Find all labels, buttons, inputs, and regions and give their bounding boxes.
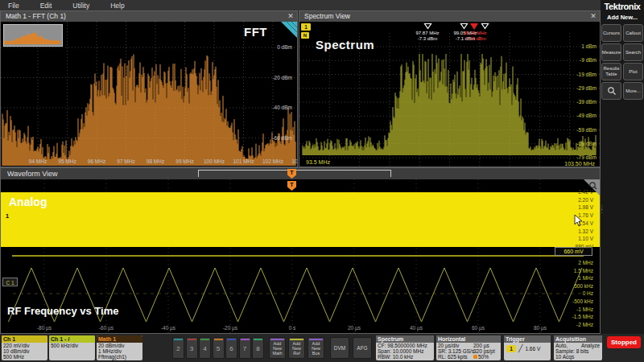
fft-x-label: 95 MHz: [57, 158, 78, 164]
time-label: 0 s: [280, 325, 304, 331]
close-icon[interactable]: ✕: [287, 11, 295, 22]
spectrum-settings-badge[interactable]: Spectrum CF: 98.5000000 MHz Span: 10.000…: [376, 335, 434, 360]
drag-handle-icon[interactable]: [281, 22, 297, 38]
fft-y-label: -40 dBm: [272, 105, 292, 110]
trigger-badge[interactable]: Trigger 1 ╱ 1.66 V: [504, 335, 551, 360]
trigger-level: 1.66 V: [525, 346, 540, 352]
volt-label: 1.54 V: [578, 220, 593, 226]
add-button-line: Ref: [289, 351, 304, 356]
fft-x-label: 100 MHz: [204, 158, 225, 164]
plot-button[interactable]: Plot: [623, 63, 643, 80]
more--button[interactable]: More...: [623, 82, 643, 100]
add-button-line: Bus: [308, 351, 324, 356]
freq-label: 500 kHz: [574, 283, 593, 289]
volt-label: 880 mV: [576, 244, 593, 249]
freq-label: -500 kHz: [572, 298, 593, 304]
channel-5-button[interactable]: 5: [213, 337, 225, 359]
menu-file[interactable]: File: [8, 2, 19, 10]
time-label: -80 µs: [32, 325, 56, 331]
channel-number: 3: [187, 340, 197, 358]
time-label: 80 µs: [528, 325, 552, 331]
waveform-panel-title: Waveform View: [7, 170, 58, 178]
channel-2-button[interactable]: 2: [172, 337, 184, 359]
cursors-button[interactable]: Cursors: [601, 24, 621, 42]
acquisition-badge[interactable]: Acquisition Auto,Analyze Sample: 8 bits …: [554, 335, 602, 360]
fft-y-label: -60 dBm: [272, 135, 292, 141]
channel-8-button[interactable]: 8: [252, 337, 264, 359]
spectrum-panel: Spectrum View ✕ 1 N Spectrum 97.87 MHz -…: [299, 10, 601, 167]
trigger-position-marker[interactable]: T: [287, 169, 296, 179]
freq-label: 0 Hz: [583, 290, 593, 296]
stopped-button[interactable]: Stopped: [607, 336, 641, 348]
dvm-button[interactable]: DVM: [330, 337, 349, 359]
spectrum-y-label: -39 dBm: [576, 99, 597, 105]
add-new-label: Add New...: [601, 14, 644, 21]
spectrum-panel-header[interactable]: Spectrum View ✕: [299, 11, 600, 22]
ch1-badge[interactable]: Ch 1 220 mV/div 10 dBm/div 500 MHz: [2, 335, 47, 360]
freq-label: 1.5 MHz: [574, 268, 593, 274]
spectrum-y-label: 1 dBm: [581, 43, 597, 49]
analog-label: Analog: [9, 195, 47, 208]
waveform-panel-header[interactable]: Waveform View T: [1, 168, 600, 179]
zoom-button[interactable]: [601, 82, 621, 100]
add-color-strip: [290, 339, 303, 340]
freq-label: -1 MHz: [576, 306, 593, 312]
add-new-math-button[interactable]: AddNewMath: [269, 337, 286, 359]
horizontal-badge[interactable]: Horizontal 20 µs/div200 µs SR: 3.125 GS/…: [436, 335, 501, 360]
afg-button[interactable]: AFG: [353, 337, 372, 359]
fft-x-label: 101 MHz: [233, 158, 254, 164]
channel-3-button[interactable]: 3: [186, 337, 198, 359]
fft-panel-title: Math 1 - FFT (Ch 1): [6, 12, 66, 20]
menu-edit[interactable]: Edit: [40, 2, 52, 10]
freq-label: 1 MHz: [578, 275, 593, 281]
time-label: 40 µs: [404, 325, 428, 331]
fft-panel-header[interactable]: Math 1 - FFT (Ch 1) ✕: [1, 11, 297, 22]
add-color-strip: [309, 339, 323, 340]
add-color-strip: [270, 339, 284, 340]
marker-c-icon[interactable]: [481, 23, 489, 30]
channel-4-button[interactable]: 4: [199, 337, 211, 359]
time-label: 20 µs: [342, 325, 366, 331]
spectrum-y-label: -29 dBm: [576, 85, 597, 91]
fft-y-label: -20 dBm: [272, 75, 292, 80]
fft-x-label: 103 MHz: [292, 158, 298, 164]
time-label: -20 µs: [218, 325, 242, 331]
spectrum-y-label: -59 dBm: [576, 127, 597, 133]
bottom-bar: Ch 1 220 mV/div 10 dBm/div 500 MHz Ch 1 …: [0, 334, 644, 362]
menu-help[interactable]: Help: [110, 2, 124, 10]
magnifier-icon: [607, 86, 617, 96]
reference-point-icon: [473, 355, 477, 359]
spectrum-trace-badge[interactable]: N: [301, 32, 309, 39]
math1-badge[interactable]: Math 1 20 dBm/div 1 MHz/div Fftmag(ch1): [97, 335, 142, 360]
fft-panel: Math 1 - FFT (Ch 1) ✕ FFT 0 dBm-20 dBm-4…: [0, 10, 298, 167]
marker-a-icon[interactable]: [423, 23, 432, 30]
add-new-ref-button[interactable]: AddNewRef: [288, 337, 305, 359]
time-label: -60 µs: [94, 325, 118, 331]
channel-number: 7: [240, 340, 250, 358]
c1-trace-badge[interactable]: C 1: [2, 278, 18, 286]
ch1-spectrum-badge[interactable]: Ch 1 - / 500 kHz/div: [49, 335, 95, 360]
fft-y-label: 0 dBm: [277, 44, 292, 50]
marker-b-icon[interactable]: [460, 23, 469, 30]
channel-7-button[interactable]: 7: [239, 337, 251, 359]
add-new-bus-button[interactable]: AddNewBus: [308, 337, 324, 359]
rf-frequency-label: RF Frequency vs Time: [7, 305, 118, 317]
search-button[interactable]: Search: [623, 43, 643, 61]
measure-button[interactable]: Measure: [601, 43, 621, 61]
results-table-button[interactable]: Results Table: [601, 63, 621, 80]
spectrum-source-badge[interactable]: 1: [301, 23, 311, 31]
spectrum-y-label: -49 dBm: [576, 113, 597, 118]
fft-plot: FFT 0 dBm-20 dBm-40 dBm-60 dBm94 MHz95 M…: [1, 22, 297, 167]
channel-number: 6: [226, 340, 237, 358]
close-icon[interactable]: ✕: [589, 11, 597, 22]
menu-utility[interactable]: Utility: [72, 2, 89, 10]
callout-button[interactable]: Callout: [623, 24, 643, 42]
channel-number: 5: [213, 340, 224, 358]
sidebar-button-grid: CursorsCalloutMeasureSearchResults Table…: [601, 24, 644, 100]
spectrum-panel-title: Spectrum View: [304, 12, 350, 20]
channel-number: 4: [200, 340, 210, 358]
channel-6-button[interactable]: 6: [225, 337, 237, 359]
fft-thumbnail[interactable]: [3, 24, 63, 47]
reference-marker-icon[interactable]: [469, 23, 479, 31]
channel-number: 8: [253, 340, 263, 358]
